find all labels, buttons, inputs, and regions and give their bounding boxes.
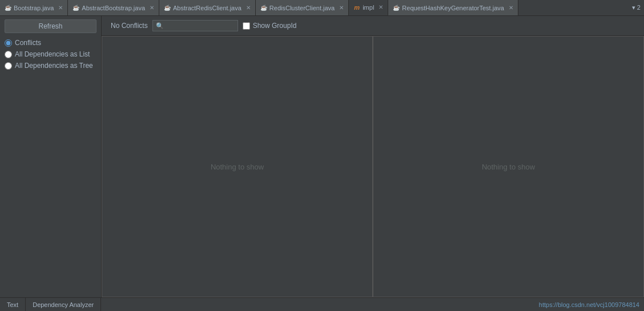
tab-bootstrap[interactable]: ☕ Bootstrap.java ✕ [0, 0, 68, 16]
radio-group: Conflicts All Dependencies as List All D… [0, 37, 101, 72]
radio-conflicts-input[interactable] [5, 39, 12, 47]
java-icon-3: ☕ [164, 5, 171, 11]
tab-bar: ☕ Bootstrap.java ✕ ☕ AbstractBootstrap.j… [0, 0, 644, 16]
radio-all-deps-tree-input[interactable] [5, 62, 12, 70]
right-panel-empty-label: Nothing to show [482, 163, 535, 171]
java-icon-5: ☕ [393, 5, 400, 11]
tab-abstractredisclient[interactable]: ☕ AbstractRedisClient.java ✕ [159, 0, 256, 16]
tab-abstractredisclient-label: AbstractRedisClient.java [173, 5, 242, 11]
bottom-tab-text[interactable]: Text [0, 298, 26, 312]
sidebar: Refresh Conflicts All Dependencies as Li… [0, 16, 102, 297]
radio-conflicts-label: Conflicts [15, 39, 41, 47]
tab-impl-label: impl [363, 4, 374, 11]
show-groupid-checkbox[interactable] [243, 22, 250, 30]
impl-icon: m [353, 4, 360, 11]
content-area: No Conflicts 🔍 Show GroupId Nothing to s… [102, 16, 644, 297]
tab-abstractbootstrap-close[interactable]: ✕ [150, 5, 154, 11]
tab-impl[interactable]: m impl ✕ [349, 0, 388, 16]
tab-requesthashkeygeneratortest-close[interactable]: ✕ [509, 5, 513, 11]
tab-redisclusterclient[interactable]: ☕ RedisClusterClient.java ✕ [256, 0, 349, 16]
tab-requesthashkeygeneratortest[interactable]: ☕ RequestHashKeyGeneratorTest.java ✕ [388, 0, 518, 16]
radio-all-deps-list[interactable]: All Dependencies as List [5, 50, 96, 58]
tab-requesthashkeygeneratortest-label: RequestHashKeyGeneratorTest.java [402, 5, 504, 11]
java-icon-4: ☕ [260, 5, 267, 11]
url-bar[interactable]: https://blog.csdn.net/vcj1009784814 [539, 301, 644, 308]
tab-impl-close[interactable]: ✕ [379, 4, 383, 10]
java-icon: ☕ [5, 5, 11, 11]
show-groupid-row: Show GroupId [243, 22, 297, 30]
radio-all-deps-tree[interactable]: All Dependencies as Tree [5, 62, 96, 70]
show-groupid-label: Show GroupId [253, 22, 297, 30]
search-box: 🔍 [152, 20, 238, 31]
panels: Nothing to show Nothing to show [102, 36, 644, 297]
java-icon-2: ☕ [73, 5, 79, 11]
tab-abstractbootstrap-label: AbstractBootstrap.java [82, 5, 145, 11]
bottom-tab-dependency-analyzer[interactable]: Dependency Analyzer [26, 298, 101, 312]
content-top: No Conflicts 🔍 Show GroupId [102, 16, 644, 36]
tab-redisclusterclient-label: RedisClusterClient.java [269, 5, 335, 11]
tab-redisclusterclient-close[interactable]: ✕ [339, 5, 344, 11]
radio-conflicts[interactable]: Conflicts [5, 39, 96, 47]
tab-bootstrap-label: Bootstrap.java [14, 5, 54, 11]
bottom-tabs: Text Dependency Analyzer https://blog.cs… [0, 297, 644, 311]
right-panel: Nothing to show [373, 36, 644, 297]
search-input[interactable] [166, 22, 234, 30]
tab-overflow[interactable]: ▾ 2 [629, 4, 644, 11]
left-panel-empty-label: Nothing to show [211, 163, 264, 171]
radio-all-deps-list-label: All Dependencies as List [15, 50, 90, 58]
tab-bootstrap-close[interactable]: ✕ [58, 5, 63, 11]
radio-all-deps-list-input[interactable] [5, 51, 12, 58]
search-icon: 🔍 [156, 22, 164, 30]
left-panel: Nothing to show [102, 36, 372, 297]
tab-abstractredisclient-close[interactable]: ✕ [246, 5, 251, 11]
radio-all-deps-tree-label: All Dependencies as Tree [15, 62, 93, 70]
refresh-button[interactable]: Refresh [5, 19, 96, 33]
main-layout: Refresh Conflicts All Dependencies as Li… [0, 16, 644, 297]
no-conflicts-label: No Conflicts [111, 22, 148, 30]
tab-abstractbootstrap[interactable]: ☕ AbstractBootstrap.java ✕ [68, 0, 159, 16]
